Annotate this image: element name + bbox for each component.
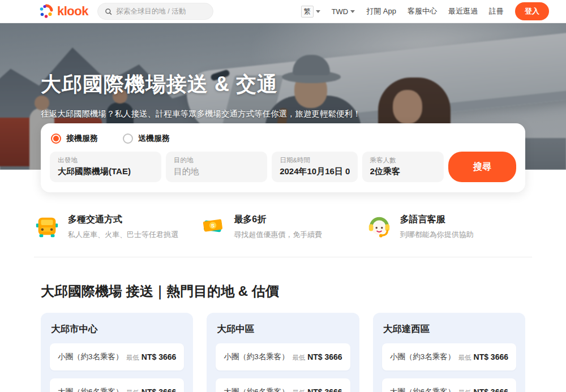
group-size-label: 小團（約3名乘客）: [390, 352, 456, 362]
page-subtitle: 往返大邱國際機場？私人接送、計程車等眾多機場交通方式等任你選，旅遊更輕鬆便利！: [41, 109, 361, 119]
currency-selector[interactable]: TWD: [332, 7, 355, 16]
destination-card-daegu-city-center: 大邱市中心 小團（約3名乘客） 最低NT$ 3666 大團（約6名乘客） 最低N…: [41, 313, 193, 392]
feature-title: 最多6折: [234, 214, 322, 226]
radio-pickup-label: 接機服務: [66, 133, 98, 144]
feature-text: 最多6折 尋找超值優惠價，免手續費: [234, 213, 322, 240]
destination-name: 大邱市中心: [50, 323, 184, 335]
feature-title: 多語言客服: [400, 214, 474, 226]
klook-burst-icon: [38, 4, 53, 19]
feature-text: 多種交通方式 私人座車、火車、巴士等任君挑選: [68, 213, 178, 240]
feature-text: 多語言客服 到哪都能為你提供協助: [400, 213, 474, 240]
nav-help-center[interactable]: 客服中心: [408, 6, 437, 16]
feature-transport-options: 多種交通方式 私人座車、火車、巴士等任君挑選: [34, 213, 200, 240]
nav-signup[interactable]: 註冊: [489, 6, 504, 16]
search-input[interactable]: [116, 7, 206, 15]
popular-destinations-section: 大邱國際機場 接送｜熱門目的地 & 估價 大邱市中心 小團（約3名乘客） 最低N…: [41, 282, 525, 392]
passengers-field-value: 2位乘客: [370, 166, 436, 177]
feature-discount: S 最多6折 尋找超值優惠價，免手續費: [200, 213, 366, 240]
nav-recently-viewed-label: 最近逛過: [448, 6, 478, 16]
svg-text:S: S: [211, 222, 215, 229]
group-size-label: 小團（約3名乘客）: [58, 352, 123, 362]
destination-name: 大邱中區: [216, 323, 350, 335]
nav-help-center-label: 客服中心: [408, 6, 437, 16]
origin-field[interactable]: 出發地 大邱國際機場(TAE): [50, 152, 161, 182]
klook-logo[interactable]: klook: [38, 4, 88, 19]
price-row-small-group[interactable]: 小團（約3名乘客） 最低NT$ 3666: [382, 343, 516, 371]
search-button[interactable]: 搜尋: [448, 152, 516, 182]
ticket-icon: S: [200, 213, 226, 239]
klook-transfer-page: klook 繁 TWD 打開 App 客服中心 最近逛過 註冊 登入: [0, 0, 566, 392]
min-price-prefix: 最低: [292, 389, 305, 392]
price-row-large-group[interactable]: 大團（約6名乘客） 最低NT$ 3666: [382, 378, 516, 392]
destination-field-label: 目的地: [174, 156, 259, 165]
car-icon: [34, 213, 60, 239]
group-size-label: 大團（約6名乘客）: [224, 387, 289, 392]
radio-pickup-service[interactable]: 接機服務: [51, 133, 98, 144]
feature-desc: 尋找超值優惠價，免手續費: [234, 230, 322, 240]
price-row-small-group[interactable]: 小團（約3名乘客） 最低NT$ 3666: [50, 343, 184, 371]
price-amount: NT$ 3666: [307, 352, 342, 361]
hero-copy: 大邱國際機場接送 & 交通 往返大邱國際機場？私人接送、計程車等眾多機場交通方式…: [41, 71, 361, 119]
feature-desc: 到哪都能為你提供協助: [400, 230, 474, 240]
header-nav: 繁 TWD 打開 App 客服中心 最近逛過 註冊 登入: [301, 2, 549, 20]
group-size-label: 大團（約6名乘客）: [390, 387, 456, 392]
feature-highlights: 多種交通方式 私人座車、火車、巴士等任君挑選 S 最多6折 尋找超值優惠價，免手…: [34, 213, 532, 257]
destination-card-daegu-jung-gu: 大邱中區 小團（約3名乘客） 最低NT$ 3666 大團（約6名乘客） 最低NT…: [207, 313, 359, 392]
radio-dropoff-label: 送機服務: [138, 133, 170, 144]
price-row-small-group[interactable]: 小團（約3名乘客） 最低NT$ 3666: [216, 343, 350, 371]
currency-label: TWD: [332, 7, 349, 16]
price-amount: NT$ 3666: [474, 387, 508, 392]
datetime-field-value: 2024年10月16日 09:00: [280, 166, 349, 177]
destination-cards: 大邱市中心 小團（約3名乘客） 最低NT$ 3666 大團（約6名乘客） 最低N…: [41, 313, 525, 392]
min-price-prefix: 最低: [126, 389, 139, 392]
page-title: 大邱國際機場接送 & 交通: [41, 71, 361, 98]
destination-field[interactable]: 目的地 目的地: [166, 152, 267, 182]
section-title: 大邱國際機場 接送｜熱門目的地 & 估價: [41, 282, 525, 300]
headset-icon: [366, 213, 392, 239]
price-amount: NT$ 3666: [307, 387, 342, 392]
chevron-down-icon: [350, 10, 355, 13]
transfer-search-card: 接機服務 送機服務 出發地 大邱國際機場(TAE) 目的地 目的地 日期&時間 …: [41, 123, 525, 192]
min-price-prefix: 最低: [126, 354, 139, 361]
radio-unselected-icon: [123, 133, 133, 144]
datetime-field[interactable]: 日期&時間 2024年10月16日 09:00: [272, 152, 357, 182]
radio-dropoff-service[interactable]: 送機服務: [123, 133, 170, 144]
destination-field-placeholder: 目的地: [174, 166, 259, 177]
origin-field-value: 大邱國際機場(TAE): [58, 166, 153, 177]
radio-selected-icon: [51, 133, 61, 144]
price-amount: NT$ 3666: [474, 352, 508, 361]
nav-signup-label: 註冊: [489, 6, 504, 16]
nav-open-app-label: 打開 App: [366, 6, 396, 16]
group-size-label: 大團（約6名乘客）: [58, 387, 123, 392]
min-price-prefix: 最低: [458, 389, 471, 392]
price-row-large-group[interactable]: 大團（約6名乘客） 最低NT$ 3666: [216, 378, 350, 392]
klook-wordmark: klook: [57, 4, 88, 19]
login-button[interactable]: 登入: [515, 2, 549, 20]
nav-recently-viewed[interactable]: 最近逛過: [448, 6, 478, 16]
chevron-down-icon: [316, 10, 320, 13]
price-amount: NT$ 3666: [142, 387, 176, 392]
feature-desc: 私人座車、火車、巴士等任君挑選: [68, 230, 178, 240]
group-size-label: 小團（約3名乘客）: [224, 352, 289, 362]
passengers-field[interactable]: 乘客人數 2位乘客: [362, 152, 444, 182]
min-price-prefix: 最低: [458, 354, 471, 361]
language-label: 繁: [301, 6, 314, 18]
search-fields-row: 出發地 大邱國際機場(TAE) 目的地 目的地 日期&時間 2024年10月16…: [50, 152, 516, 182]
language-selector[interactable]: 繁: [301, 6, 320, 18]
service-type-options: 接機服務 送機服務: [50, 132, 516, 152]
origin-field-label: 出發地: [58, 156, 153, 165]
top-navigation-bar: klook 繁 TWD 打開 App 客服中心 最近逛過 註冊 登入: [0, 0, 566, 23]
min-price-prefix: 最低: [292, 354, 305, 361]
search-icon: [105, 7, 112, 16]
price-row-large-group[interactable]: 大團（約6名乘客） 最低NT$ 3666: [50, 378, 184, 392]
destination-card-daegu-dalseo-gu: 大邱達西區 小團（約3名乘客） 最低NT$ 3666 大團（約6名乘客） 最低N…: [373, 313, 525, 392]
passengers-field-label: 乘客人數: [370, 156, 436, 165]
feature-support: 多語言客服 到哪都能為你提供協助: [366, 213, 532, 240]
global-search-bar[interactable]: [97, 3, 213, 20]
price-amount: NT$ 3666: [142, 352, 176, 361]
feature-title: 多種交通方式: [68, 214, 178, 226]
nav-open-app[interactable]: 打開 App: [366, 6, 396, 16]
datetime-field-label: 日期&時間: [280, 156, 349, 165]
destination-name: 大邱達西區: [382, 323, 516, 335]
